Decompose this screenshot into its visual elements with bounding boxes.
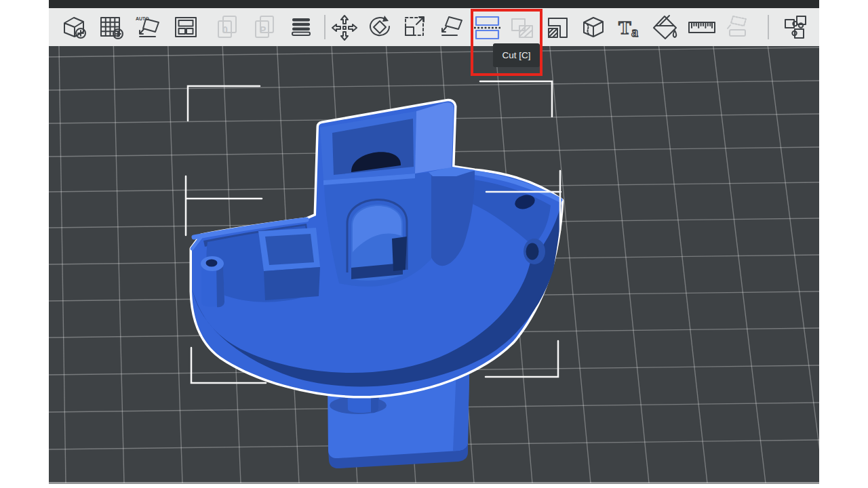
cut-tooltip: Cut [C] — [493, 43, 540, 67]
seam-painting-button[interactable] — [578, 13, 608, 43]
mesh-boolean-icon — [508, 13, 538, 43]
split-to-parts-icon: P — [251, 13, 281, 43]
add-object-icon — [60, 13, 90, 43]
explode-view-button[interactable] — [781, 13, 810, 43]
color-painting-button[interactable] — [650, 13, 680, 43]
split-to-parts-button[interactable]: P — [251, 13, 281, 43]
scale-button[interactable] — [401, 13, 431, 43]
measure-icon — [687, 13, 717, 43]
variable-layer-height-button[interactable] — [287, 13, 317, 43]
measure-button[interactable] — [687, 13, 717, 43]
text-tool-label-T: T — [618, 17, 631, 38]
app-window: AUTO 0 — [49, 0, 819, 484]
text-tool-label-a: a — [631, 24, 638, 39]
arrange-icon — [172, 13, 201, 43]
place-on-face-button[interactable] — [437, 13, 467, 43]
split-objects-label: 0 — [222, 24, 228, 35]
scene-canvas[interactable] — [49, 46, 819, 484]
mesh-boolean-button[interactable] — [508, 13, 538, 43]
explode-view-icon — [781, 13, 810, 43]
cut-button[interactable] — [473, 13, 502, 43]
add-object-button[interactable] — [60, 13, 90, 43]
move-button[interactable] — [330, 13, 359, 43]
main-toolbar: AUTO 0 — [49, 8, 819, 46]
titlebar-strip — [49, 0, 819, 8]
benchy-boat-model[interactable] — [192, 101, 561, 396]
auto-orient-button[interactable]: AUTO — [134, 13, 164, 43]
support-painting-button[interactable] — [542, 13, 572, 43]
move-icon — [330, 13, 359, 43]
assembly-icon — [723, 13, 753, 43]
toolbar-separator — [324, 15, 326, 39]
text-tool-button[interactable]: T a — [616, 13, 646, 43]
layers-icon — [287, 13, 317, 43]
assembly-button[interactable] — [723, 13, 753, 43]
rotate-icon — [365, 13, 395, 43]
place-on-face-icon — [437, 13, 467, 43]
split-parts-label: P — [260, 24, 266, 35]
arrange-button[interactable] — [172, 13, 201, 43]
split-to-objects-button[interactable]: 0 — [214, 13, 243, 43]
add-plate-button[interactable] — [97, 13, 127, 43]
scale-icon — [401, 13, 431, 43]
text-tool-icon: T a — [616, 13, 646, 43]
add-plate-icon — [97, 13, 127, 43]
viewport-3d[interactable] — [49, 46, 819, 484]
support-painting-icon — [542, 13, 572, 43]
auto-label: AUTO — [136, 16, 149, 21]
screenshot-stage: AUTO 0 — [0, 0, 868, 488]
color-painting-icon — [650, 13, 680, 43]
toolbar-separator — [768, 15, 769, 39]
seam-painting-icon — [578, 13, 608, 43]
split-to-objects-icon: 0 — [214, 13, 243, 43]
rotate-button[interactable] — [365, 13, 395, 43]
cut-icon — [473, 13, 502, 43]
auto-orient-icon: AUTO — [134, 13, 164, 43]
